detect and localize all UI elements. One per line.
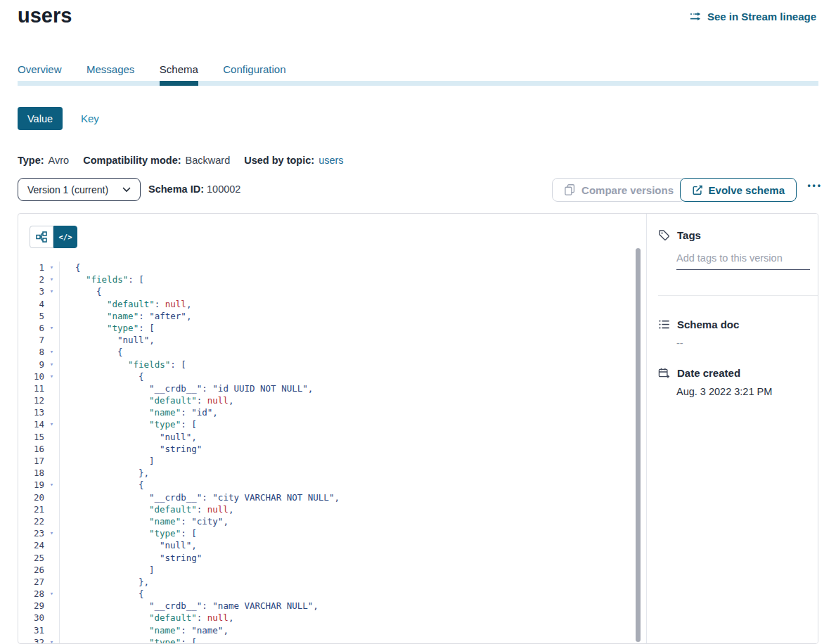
line-number: 26: [18, 564, 44, 576]
code-line: 9▾"fields": [: [18, 359, 636, 371]
stream-lineage-icon: [689, 11, 702, 22]
fold-spacer: [44, 539, 59, 551]
schema-sidebar: Tags Schema doc -- Date created: [646, 214, 818, 643]
code-line: 11"__crdb__": "id UUID NOT NULL",: [18, 382, 636, 394]
schema-code-viewer[interactable]: 1▾{2▾"fields": [3▾{4"default": null,5"na…: [18, 262, 636, 643]
code-line: 7"null",: [18, 334, 636, 346]
line-number: 19: [18, 479, 44, 491]
fold-toggle-icon[interactable]: ▾: [44, 636, 59, 643]
code-text: "default": null,: [59, 298, 636, 310]
line-number: 20: [18, 491, 44, 503]
code-line: 29"__crdb__": "name VARCHAR NULL",: [18, 600, 636, 612]
fold-toggle-icon[interactable]: ▾: [44, 588, 59, 600]
tab-overview[interactable]: Overview: [18, 63, 62, 75]
line-number: 27: [18, 576, 44, 588]
code-line: 4"default": null,: [18, 298, 636, 310]
tab-configuration[interactable]: Configuration: [223, 63, 285, 75]
fold-spacer: [44, 576, 59, 588]
date-created-value: Aug. 3 2022 3:21 PM: [676, 386, 806, 397]
code-text: "fields": [: [59, 359, 636, 371]
value-toggle-button[interactable]: Value: [18, 107, 63, 130]
fold-toggle-icon[interactable]: ▾: [44, 346, 59, 358]
fold-spacer: [44, 600, 59, 612]
version-select-value: Version 1 (current): [27, 184, 108, 195]
version-select[interactable]: Version 1 (current): [18, 178, 141, 201]
code-line: 16"string": [18, 443, 636, 455]
code-text: "fields": [: [59, 273, 636, 285]
compare-versions-button[interactable]: Compare versions: [552, 178, 686, 202]
tags-section-heading: Tags: [658, 229, 806, 241]
used-by-topic-label: Used by topic:: [244, 155, 314, 166]
code-line: 23▾"type": [: [18, 527, 636, 539]
stream-lineage-link[interactable]: See in Stream lineage: [689, 11, 816, 22]
tree-view-icon: [36, 231, 47, 243]
fold-toggle-icon[interactable]: ▾: [44, 527, 59, 539]
evolve-schema-button[interactable]: Evolve schema: [680, 178, 797, 202]
code-line: 14▾"type": [: [18, 418, 636, 430]
line-number: 23: [18, 527, 44, 539]
code-text: {: [59, 346, 636, 358]
fold-toggle-icon[interactable]: ▾: [44, 359, 59, 371]
code-text: {: [59, 588, 636, 600]
fold-toggle-icon[interactable]: ▾: [44, 285, 59, 297]
line-number: 6: [18, 322, 44, 334]
fold-toggle-icon[interactable]: ▾: [44, 418, 59, 430]
tree-view-button[interactable]: [30, 226, 53, 248]
line-number: 21: [18, 503, 44, 515]
tab-messages[interactable]: Messages: [86, 63, 134, 75]
schema-doc-heading-label: Schema doc: [677, 318, 739, 330]
tab-schema[interactable]: Schema: [160, 63, 198, 75]
fold-spacer: [44, 564, 59, 576]
code-text: },: [59, 576, 636, 588]
code-text: "default": null,: [59, 394, 636, 406]
code-text: "type": [: [59, 527, 636, 539]
used-by-topic-link[interactable]: users: [319, 155, 343, 166]
line-number: 22: [18, 515, 44, 527]
compatibility-mode-value: Backward: [186, 155, 231, 166]
add-tags-input[interactable]: [676, 252, 810, 270]
line-number: 32: [18, 636, 44, 643]
code-text: "name": "id",: [59, 406, 636, 418]
line-number: 31: [18, 624, 44, 636]
code-text: ]: [59, 564, 636, 576]
compare-versions-label: Compare versions: [581, 184, 674, 196]
type-value: Avro: [49, 155, 70, 166]
line-number: 24: [18, 539, 44, 551]
evolve-schema-icon: [692, 184, 703, 196]
code-line: 3▾{: [18, 285, 636, 297]
code-text: "__crdb__": "id UUID NOT NULL",: [59, 382, 636, 394]
fold-toggle-icon[interactable]: ▾: [44, 273, 59, 285]
code-line: 15"null",: [18, 431, 636, 443]
fold-toggle-icon[interactable]: ▾: [44, 371, 59, 382]
type-label: Type:: [18, 155, 44, 166]
code-text: {: [59, 371, 636, 382]
more-options-button[interactable]: •••: [807, 181, 823, 191]
evolve-schema-label: Evolve schema: [709, 184, 785, 196]
code-scrollbar[interactable]: [636, 248, 641, 642]
fold-spacer: [44, 515, 59, 527]
sidebar-divider: [658, 295, 818, 296]
code-line: 17]: [18, 455, 636, 467]
fold-spacer: [44, 443, 59, 455]
compatibility-mode-label: Compatibility mode:: [83, 155, 181, 166]
fold-toggle-icon[interactable]: ▾: [44, 322, 59, 334]
doc-list-icon: [658, 318, 670, 330]
fold-spacer: [44, 334, 59, 346]
value-key-toggle: Value Key: [18, 107, 99, 130]
code-text: {: [59, 285, 636, 297]
chevron-down-icon: [122, 187, 131, 193]
key-toggle-button[interactable]: Key: [81, 112, 99, 124]
line-number: 28: [18, 588, 44, 600]
line-number: 16: [18, 443, 44, 455]
line-number: 25: [18, 552, 44, 564]
code-line: 24"null",: [18, 539, 636, 551]
line-number: 1: [18, 262, 44, 273]
line-number: 15: [18, 431, 44, 443]
schema-doc-heading: Schema doc: [658, 318, 806, 330]
fold-spacer: [44, 503, 59, 515]
code-line: 10▾{: [18, 371, 636, 382]
code-line: 6▾"type": [: [18, 322, 636, 334]
code-view-button[interactable]: </>: [53, 226, 77, 248]
fold-toggle-icon[interactable]: ▾: [44, 262, 59, 273]
fold-toggle-icon[interactable]: ▾: [44, 479, 59, 491]
